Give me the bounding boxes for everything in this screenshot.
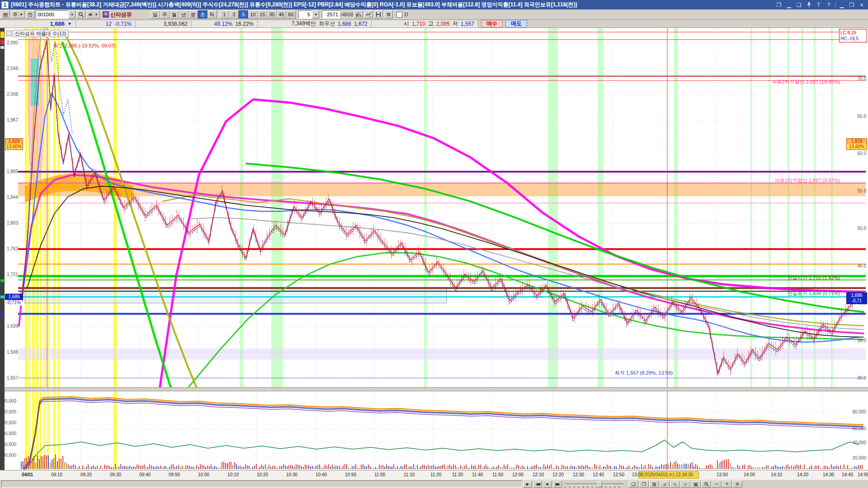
buy-button[interactable]: 매수 bbox=[481, 20, 503, 28]
interval-button-1[interactable]: 1 bbox=[220, 10, 229, 19]
app-icon: 1 bbox=[1, 1, 9, 9]
chart-tool-icon-3[interactable]: ⊿ bbox=[660, 481, 670, 488]
volume-right-axis-label: 40,000 bbox=[848, 440, 866, 445]
time-tick-09:40: 09:40 bbox=[139, 472, 151, 477]
open-price: 1,710 bbox=[412, 21, 425, 27]
right-axis-label: 35.0 bbox=[848, 338, 866, 343]
time-tick-14:56:1: 14:56:1 bbox=[858, 472, 868, 477]
interval-button-15[interactable]: 15 bbox=[258, 10, 267, 19]
indicator-toggle-icon[interactable] bbox=[6, 31, 12, 36]
chart-tool-icon-6[interactable]: ▦ bbox=[691, 481, 701, 488]
d-checkbox[interactable] bbox=[396, 12, 402, 18]
code-dropdown-button[interactable]: ▼ bbox=[69, 10, 75, 19]
search-button[interactable] bbox=[76, 10, 85, 19]
interval-select[interactable]: 5 bbox=[298, 10, 312, 19]
magnifier-icon[interactable] bbox=[701, 481, 711, 488]
volume-panel[interactable]: 00,00000,00000,00000,00000,00000,000 80,… bbox=[0, 391, 868, 470]
chart-menu-button[interactable]: ▤ bbox=[1, 10, 10, 19]
time-tick-12:00: 12:00 bbox=[512, 472, 524, 477]
interval-button-3[interactable]: 3 bbox=[229, 10, 239, 19]
right-axis-label: 70.0 bbox=[848, 76, 866, 81]
price-chart-canvas[interactable] bbox=[0, 28, 868, 387]
time-tick-11:40: 11:40 bbox=[472, 472, 483, 477]
main-chart-panel[interactable]: 신라섬유 매물대 수(13) LC:8,29 HC:-19,5 2,0902,0… bbox=[0, 28, 868, 387]
time-tick-11:00: 11:00 bbox=[374, 472, 385, 477]
minimize-pane-icon[interactable]: ▁ bbox=[785, 1, 793, 8]
save-button[interactable] bbox=[374, 10, 383, 19]
turnover-ratio: 16.22% bbox=[235, 21, 254, 27]
copy-window-icon[interactable]: ❏ bbox=[795, 1, 802, 8]
right-axis-label: 65.0 bbox=[848, 114, 866, 119]
chart-tool-icon-0[interactable]: ❏ bbox=[628, 481, 638, 488]
trade-amount: 7,349백만 bbox=[292, 20, 316, 28]
time-tick-12:20: 12:20 bbox=[552, 472, 564, 477]
left-high-price: 1,929 bbox=[5, 139, 23, 144]
period-button-분[interactable]: 분 bbox=[189, 10, 198, 19]
toolbar: ▤ 주▼ 전 001000 ▼ ▼ 주 신라섬유 일주월년분초틱 1351015… bbox=[0, 9, 868, 20]
panel-splitter[interactable] bbox=[0, 387, 868, 391]
price-axis-label: 1,844 bbox=[3, 195, 18, 200]
titlebar-separator bbox=[835, 2, 835, 8]
cascade-icon[interactable]: ❐ bbox=[775, 1, 783, 8]
interval-button-30[interactable]: 30 bbox=[267, 10, 277, 19]
replay-speed-slider[interactable] bbox=[565, 481, 623, 487]
indicator-label[interactable]: 신라섬유 매물대 수(13) bbox=[13, 30, 69, 37]
play-button[interactable]: ▶ bbox=[523, 481, 532, 488]
period-button-초[interactable]: 초 bbox=[198, 10, 208, 19]
interval-button-10[interactable]: 10 bbox=[248, 10, 258, 19]
interval-button-60[interactable]: 60 bbox=[286, 10, 296, 19]
down-arrow-icon: ▼ bbox=[67, 21, 72, 26]
chart-tool-icon-1[interactable]: ❐ bbox=[639, 481, 649, 488]
stock-name: 신라섬유 bbox=[110, 11, 132, 19]
volume-chart-canvas[interactable] bbox=[0, 391, 868, 470]
interval-button-5[interactable]: 5 bbox=[239, 10, 248, 19]
candle-count-input[interactable]: 2571 bbox=[322, 10, 340, 19]
chart-tool-icon-5[interactable]: ⌁ bbox=[680, 481, 690, 488]
code-input[interactable]: 001000 bbox=[36, 10, 68, 19]
help-icon[interactable]: ? bbox=[825, 1, 832, 8]
period-button-주[interactable]: 주 bbox=[160, 10, 170, 19]
lc-value: LC:8,29 bbox=[840, 30, 866, 36]
price-axis-label: 2,008 bbox=[3, 92, 18, 97]
prev-stock-button[interactable]: 전 bbox=[26, 10, 35, 19]
zoom-in-button[interactable]: + bbox=[722, 481, 732, 488]
rewind-button[interactable]: ◀◀ bbox=[533, 481, 542, 488]
time-tick-10:30: 10:30 bbox=[286, 472, 297, 477]
minimize-icon[interactable]: ▁ bbox=[838, 1, 845, 8]
interval-dropdown-button[interactable]: ▼ bbox=[312, 10, 319, 19]
time-axis[interactable]: 2025/04/02(수) 13:34:35 04/0109:1009:2009… bbox=[0, 470, 868, 480]
annotation-pivot2: 피봇2차저항선 2,037 (19.95%) bbox=[772, 79, 840, 85]
annotation-high: 최고 2,095 (-19.52%, 09:07) bbox=[53, 42, 116, 49]
annotation-pivot1: 피봇1차저항선 1,867 (9.97%) bbox=[775, 177, 840, 184]
sell-button[interactable]: 매도 bbox=[505, 20, 527, 28]
price-axis-label: 1,598 bbox=[3, 350, 18, 355]
period-button-월[interactable]: 월 bbox=[170, 10, 179, 19]
trendline-button[interactable] bbox=[364, 10, 373, 19]
pin-icon[interactable] bbox=[805, 1, 812, 8]
chart-tool-icon-4[interactable]: ∿ bbox=[670, 481, 680, 488]
period-button-년[interactable]: 년 bbox=[179, 10, 189, 19]
interval-button-45[interactable]: 45 bbox=[277, 10, 286, 19]
price-axis-label: 1,557 bbox=[3, 375, 18, 380]
right-axis-label: 30.0 bbox=[848, 375, 866, 380]
fast-forward-button[interactable]: ▶▶ bbox=[553, 481, 562, 488]
time-tick-09:10: 09:10 bbox=[51, 472, 62, 477]
chart-tool-icon-2[interactable]: ▨ bbox=[649, 481, 659, 488]
auto-scale-button[interactable]: A bbox=[732, 481, 742, 488]
stock-title: 주 신라섬유 bbox=[103, 11, 148, 19]
period-button-틱[interactable]: 틱 bbox=[208, 10, 217, 19]
restore-icon[interactable]: ❐ bbox=[848, 1, 855, 8]
settings-button[interactable]: ⚙ bbox=[384, 10, 393, 19]
sound-button[interactable]: ▼ bbox=[86, 10, 100, 19]
indicator-tag: 신라섬유 매물대 수(13) bbox=[6, 30, 69, 37]
stock-type-select[interactable]: 주▼ bbox=[11, 10, 25, 19]
close-icon[interactable]: × bbox=[858, 1, 865, 8]
volume-right-axis-label: 60,000 bbox=[848, 426, 866, 431]
title-bar: 1 [0601] 주식종합차트 - 유통비율[38.2] 거래대금[7,349(… bbox=[0, 0, 868, 9]
period-button-일[interactable]: 일 bbox=[151, 10, 160, 19]
compare-chart-button[interactable] bbox=[354, 10, 363, 19]
stop-button[interactable]: ■ bbox=[543, 481, 552, 488]
time-tick-11:20: 11:20 bbox=[430, 472, 441, 477]
zoom-out-button[interactable]: − bbox=[712, 481, 722, 488]
font-icon[interactable]: T bbox=[815, 1, 822, 8]
